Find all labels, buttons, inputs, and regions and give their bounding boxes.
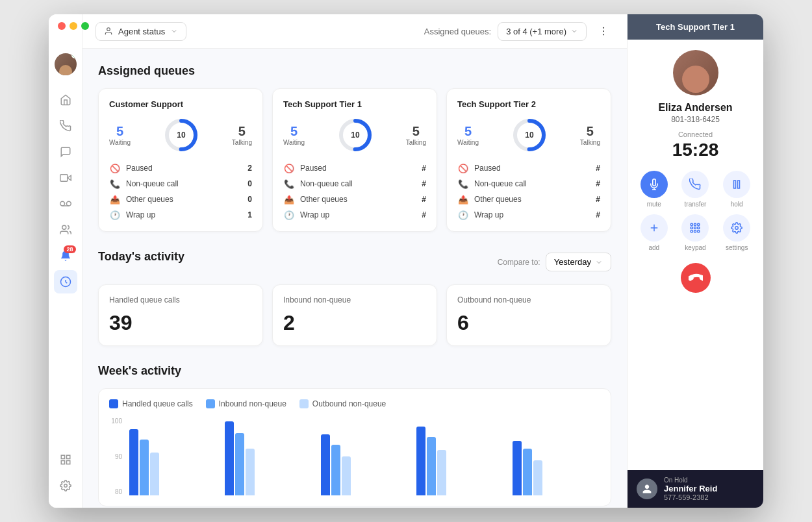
queue-select[interactable]: 3 of 4 (+1 more) bbox=[498, 22, 587, 41]
compare-select[interactable]: Yesterday bbox=[546, 253, 611, 271]
notification-count: 28 bbox=[64, 245, 75, 253]
sidebar-item-dashboard[interactable] bbox=[54, 270, 77, 293]
card-rows: 🚫 Paused 2 📞 Non-queue call 0 📤 Other qu… bbox=[109, 162, 252, 221]
bar-group bbox=[513, 441, 600, 495]
chart-body: 1009080 bbox=[109, 417, 600, 495]
end-call-button[interactable] bbox=[681, 263, 711, 293]
row-icon: 📞 bbox=[283, 178, 295, 190]
panel-action-mute[interactable]: mute bbox=[637, 171, 672, 208]
panel-actions: mute transfer hold add keypad settings bbox=[628, 171, 763, 251]
compare-value: Yesterday bbox=[554, 257, 591, 267]
sidebar-item-phone[interactable] bbox=[54, 114, 77, 138]
svg-point-3 bbox=[66, 201, 71, 206]
talking-stat: 5 Talking bbox=[580, 124, 600, 146]
queue-card-title: Customer Support bbox=[109, 99, 252, 109]
agent-status-button[interactable]: Agent status bbox=[95, 22, 186, 41]
sidebar-item-home[interactable] bbox=[54, 88, 77, 112]
activity-card-label: Handled queue calls bbox=[109, 295, 252, 304]
compare-label: Compare to: bbox=[498, 258, 540, 267]
svg-rect-31 bbox=[691, 227, 693, 229]
transfer-icon bbox=[681, 171, 709, 198]
row-label: Wrap up bbox=[126, 210, 242, 219]
activity-card-value: 2 bbox=[283, 311, 426, 335]
y-axis-label: 80 bbox=[109, 488, 122, 495]
panel-action-hold[interactable]: hold bbox=[719, 171, 754, 208]
avatar[interactable] bbox=[55, 53, 77, 75]
svg-point-14 bbox=[603, 31, 604, 32]
svg-rect-34 bbox=[691, 230, 693, 232]
queue-stat-row: 📤 Other queues 0 bbox=[109, 193, 252, 205]
svg-rect-10 bbox=[66, 461, 70, 464]
talking-label: Talking bbox=[580, 139, 600, 146]
waiting-label: Waiting bbox=[457, 139, 479, 146]
main-content: Agent status Assigned queues: 3 of 4 (+1… bbox=[82, 14, 627, 508]
row-label: Paused bbox=[300, 164, 416, 173]
queue-stat-row: 🕐 Wrap up # bbox=[283, 209, 426, 221]
legend-color bbox=[109, 399, 118, 408]
minimize-dot[interactable] bbox=[70, 22, 77, 30]
add-label: add bbox=[648, 244, 659, 251]
svg-rect-33 bbox=[698, 227, 700, 229]
panel-action-keypad[interactable]: keypad bbox=[678, 214, 713, 251]
y-axis: 1009080 bbox=[109, 417, 127, 495]
row-icon: 🕐 bbox=[283, 209, 295, 221]
panel-action-settings[interactable]: settings bbox=[719, 214, 754, 251]
row-label: Wrap up bbox=[474, 210, 590, 219]
bar-group bbox=[129, 429, 217, 495]
svg-rect-36 bbox=[698, 230, 700, 232]
svg-rect-24 bbox=[734, 180, 736, 188]
call-status: Connected bbox=[628, 130, 763, 138]
keypad-icon bbox=[681, 214, 709, 242]
legend-label: Handled queue calls bbox=[122, 399, 193, 408]
svg-point-5 bbox=[62, 225, 66, 229]
chart-bar bbox=[416, 427, 425, 495]
chart-bar bbox=[140, 440, 149, 495]
sidebar-item-notifications[interactable]: 28 bbox=[54, 244, 77, 267]
legend-color bbox=[299, 399, 309, 408]
todays-activity-header: Today's activity Compare to: Yesterday bbox=[98, 250, 611, 274]
waiting-number: 5 bbox=[290, 124, 298, 139]
hold-name: Jennifer Reid bbox=[664, 484, 717, 493]
svg-point-15 bbox=[603, 34, 604, 35]
maximize-dot[interactable] bbox=[81, 22, 89, 30]
talking-number: 5 bbox=[238, 124, 246, 139]
add-icon bbox=[641, 214, 668, 242]
hold-bar: On Hold Jennifer Reid 577-559-2382 bbox=[628, 470, 763, 508]
chart-area: Handled queue calls Inbound non-queue Ou… bbox=[98, 388, 611, 506]
sidebar-item-voicemail[interactable] bbox=[54, 192, 77, 216]
queue-stat-row: 🚫 Paused 2 bbox=[109, 162, 252, 174]
sidebar-item-video[interactable] bbox=[54, 166, 77, 190]
sidebar: 28 bbox=[49, 14, 82, 508]
bar-group bbox=[416, 427, 504, 495]
more-options-button[interactable] bbox=[593, 21, 614, 42]
panel-header: Tech Support Tier 1 bbox=[628, 14, 763, 40]
waiting-number: 5 bbox=[464, 124, 472, 139]
activity-card-label: Inbound non-queue bbox=[283, 295, 426, 304]
queue-card: Customer Support 5 Waiting 10 5 Talking … bbox=[98, 88, 263, 232]
row-label: Other queues bbox=[474, 195, 590, 204]
row-icon: 🚫 bbox=[457, 162, 469, 174]
panel-action-transfer[interactable]: transfer bbox=[678, 171, 713, 208]
row-label: Non-queue call bbox=[474, 179, 590, 188]
row-label: Paused bbox=[474, 164, 590, 173]
hold-phone: 577-559-2382 bbox=[664, 493, 717, 501]
bar-group bbox=[225, 421, 312, 495]
assigned-queues-title: Assigned queues bbox=[98, 64, 611, 78]
svg-rect-29 bbox=[694, 223, 696, 225]
chart-bar bbox=[246, 449, 255, 495]
sidebar-item-chat[interactable] bbox=[54, 140, 77, 164]
queue-stat-row: 🚫 Paused # bbox=[457, 162, 600, 174]
sidebar-item-settings[interactable] bbox=[54, 474, 77, 497]
queue-card-title: Tech Support Tier 2 bbox=[457, 99, 600, 109]
panel-action-add[interactable]: add bbox=[637, 214, 672, 251]
svg-rect-9 bbox=[61, 461, 64, 464]
row-label: Other queues bbox=[300, 195, 416, 204]
sidebar-item-grid[interactable] bbox=[54, 448, 77, 471]
row-icon: 📤 bbox=[283, 193, 295, 205]
chart-bar bbox=[342, 456, 351, 495]
row-label: Wrap up bbox=[300, 210, 416, 219]
svg-rect-30 bbox=[698, 223, 700, 225]
sidebar-item-contacts[interactable] bbox=[54, 218, 77, 242]
mute-icon bbox=[641, 171, 668, 198]
close-dot[interactable] bbox=[58, 22, 66, 30]
